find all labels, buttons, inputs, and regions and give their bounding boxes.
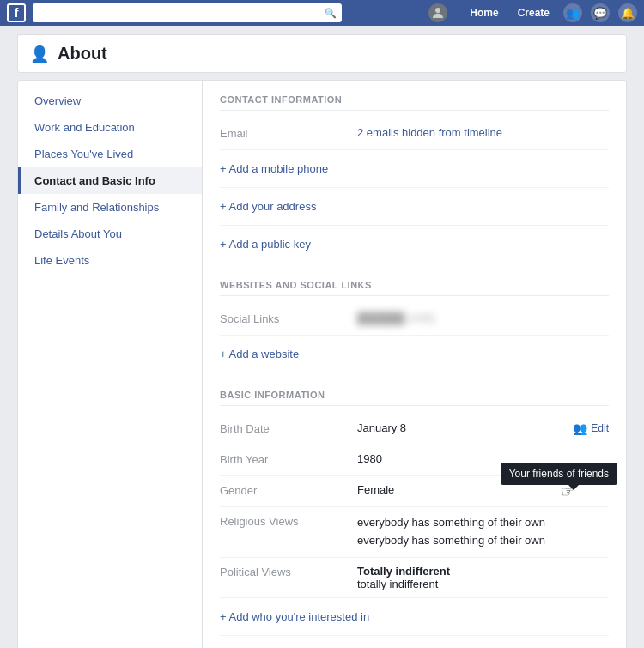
political-row: Political Views Totally indifferent tota… bbox=[220, 558, 609, 598]
page-container: 👤 About Overview Work and Education Plac… bbox=[0, 26, 644, 648]
main-content: Overview Work and Education Places You'v… bbox=[17, 80, 627, 648]
notifications-icon[interactable]: 🔔 bbox=[618, 3, 637, 22]
add-key-row: + Add a public key bbox=[220, 226, 609, 263]
sidebar: Overview Work and Education Places You'v… bbox=[18, 81, 203, 648]
basic-section: BASIC INFORMATION Birth Date January 8 👥… bbox=[220, 390, 609, 648]
add-website-row: + Add a website bbox=[220, 336, 609, 372]
social-links-label: Social Links bbox=[220, 312, 357, 325]
political-bold: Totally indifferent bbox=[357, 565, 450, 578]
facebook-logo[interactable]: f bbox=[7, 3, 26, 22]
right-panel: CONTACT INFORMATION Email 2 emails hidde… bbox=[203, 81, 626, 648]
edit-label[interactable]: Edit bbox=[591, 422, 609, 434]
add-website-link[interactable]: + Add a website bbox=[220, 342, 299, 366]
avatar[interactable] bbox=[428, 3, 447, 22]
tooltip: Your friends of friends bbox=[501, 463, 617, 485]
email-label: Email bbox=[220, 126, 357, 140]
add-address-link[interactable]: + Add your address bbox=[220, 195, 316, 218]
birth-date-label: Birth Date bbox=[220, 421, 357, 435]
political-value: Totally indifferent totally indifferent bbox=[357, 565, 609, 590]
friends-of-friends-icon: 👥 bbox=[573, 421, 587, 435]
religious-row: Religious Views everybody has something … bbox=[220, 507, 609, 558]
add-language-row: + Add a language bbox=[220, 636, 609, 648]
email-value: 2 emails hidden from timeline bbox=[357, 126, 609, 139]
religious-value: everybody has something of their own eve… bbox=[357, 514, 609, 550]
add-address-row: + Add your address bbox=[220, 188, 609, 226]
political-sub: totally indifferent bbox=[357, 578, 438, 590]
add-key-link[interactable]: + Add a public key bbox=[220, 233, 311, 256]
messenger-icon[interactable]: 💬 bbox=[591, 3, 610, 22]
svg-point-0 bbox=[435, 8, 440, 13]
websites-section: WEBSITES AND SOCIAL LINKS Social Links █… bbox=[220, 280, 609, 372]
birth-year-label: Birth Year bbox=[220, 452, 357, 466]
social-links-row: Social Links ██████ (AIM) bbox=[220, 305, 609, 336]
add-phone-link[interactable]: + Add a mobile phone bbox=[220, 157, 328, 180]
search-bar[interactable]: 🔍 bbox=[33, 3, 342, 22]
about-icon: 👤 bbox=[30, 45, 49, 64]
about-title: About bbox=[58, 44, 107, 64]
social-links-value: ██████ (AIM) bbox=[357, 312, 609, 324]
political-label: Political Views bbox=[220, 565, 357, 578]
sidebar-item-details[interactable]: Details About You bbox=[18, 221, 202, 247]
add-phone-row: + Add a mobile phone bbox=[220, 150, 609, 188]
search-icon: 🔍 bbox=[325, 8, 337, 19]
friends-icon[interactable]: 👥 bbox=[563, 3, 582, 22]
sidebar-item-family[interactable]: Family and Relationships bbox=[18, 194, 202, 221]
basic-section-title: BASIC INFORMATION bbox=[220, 390, 609, 406]
sidebar-item-places[interactable]: Places You've Lived bbox=[18, 141, 202, 167]
birth-date-value: January 8 bbox=[357, 421, 573, 434]
navbar: f 🔍 Home Create 👥 💬 🔔 bbox=[0, 0, 644, 26]
add-language-link[interactable]: + Add a language bbox=[220, 643, 307, 648]
create-button[interactable]: Create bbox=[513, 5, 555, 21]
sidebar-item-life-events[interactable]: Life Events bbox=[18, 247, 202, 274]
contact-section: CONTACT INFORMATION Email 2 emails hidde… bbox=[220, 94, 609, 263]
home-button[interactable]: Home bbox=[465, 5, 503, 21]
email-row: Email 2 emails hidden from timeline bbox=[220, 119, 609, 150]
sidebar-item-overview[interactable]: Overview bbox=[18, 88, 202, 114]
navbar-right: Home Create 👥 💬 🔔 bbox=[428, 3, 637, 22]
add-interested-row: + Add who you're interested in bbox=[220, 598, 609, 636]
sidebar-item-contact[interactable]: Contact and Basic Info bbox=[18, 167, 202, 194]
search-input[interactable] bbox=[38, 7, 321, 19]
add-interested-link[interactable]: + Add who you're interested in bbox=[220, 605, 369, 628]
about-header: 👤 About bbox=[17, 34, 627, 73]
gender-label: Gender bbox=[220, 483, 357, 497]
birth-date-edit[interactable]: 👥 Edit bbox=[573, 421, 609, 435]
websites-section-title: WEBSITES AND SOCIAL LINKS bbox=[220, 280, 609, 296]
religious-label: Religious Views bbox=[220, 514, 357, 528]
sidebar-item-work[interactable]: Work and Education bbox=[18, 114, 202, 141]
contact-section-title: CONTACT INFORMATION bbox=[220, 94, 609, 111]
birth-date-row: Birth Date January 8 👥 Edit bbox=[220, 415, 609, 445]
